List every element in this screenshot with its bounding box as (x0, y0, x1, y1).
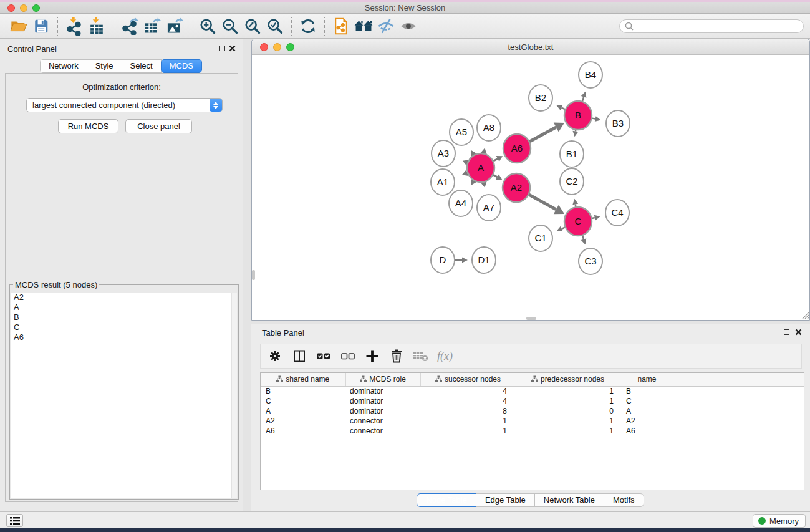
node-A8[interactable]: A8 (477, 115, 501, 141)
result-scrollbar[interactable] (231, 293, 237, 498)
close-panel-icon[interactable] (229, 45, 236, 52)
run-mcds-button[interactable]: Run MCDS (58, 119, 118, 133)
table-row[interactable]: Adominator80A (261, 406, 804, 416)
node-C1[interactable]: C1 (529, 225, 552, 251)
close-table-panel-icon[interactable] (795, 329, 802, 336)
tab-style[interactable]: Style (87, 59, 122, 73)
node-C3[interactable]: C3 (579, 248, 602, 274)
save-session-icon[interactable] (30, 16, 52, 36)
node-B2[interactable]: B2 (529, 85, 552, 111)
memory-button[interactable]: Memory (753, 514, 806, 528)
tab-network[interactable]: Network (40, 59, 87, 73)
add-column-icon[interactable] (364, 348, 380, 364)
select-all-icon[interactable] (316, 348, 332, 364)
zoom-fit-icon[interactable] (241, 16, 264, 36)
table-cell[interactable]: 1 (516, 426, 620, 436)
table-cell[interactable]: dominator (345, 406, 420, 416)
tab-mcds[interactable]: MCDS (161, 59, 202, 73)
node-D1[interactable]: D1 (472, 247, 496, 273)
table-cell[interactable]: 1 (516, 416, 620, 426)
table-row[interactable]: A2connector11A2 (261, 416, 804, 426)
node-table[interactable]: shared nameMCDS rolesuccessor nodesprede… (260, 372, 804, 490)
table-cell[interactable]: 1 (516, 386, 620, 396)
table-row[interactable]: Cdominator41C (261, 396, 804, 406)
open-recent-home-icon[interactable] (352, 16, 375, 36)
node-A3[interactable]: A3 (432, 140, 455, 167)
node-A6[interactable]: A6 (503, 134, 531, 163)
table-row[interactable]: Bdominator41B (261, 386, 804, 396)
column-header-name[interactable]: name (620, 373, 672, 386)
export-network-icon[interactable] (118, 16, 141, 36)
close-panel-button[interactable]: Close panel (125, 119, 192, 133)
node-C2[interactable]: C2 (560, 168, 584, 195)
mcds-result-item[interactable]: A2 (11, 293, 237, 302)
table-cell[interactable]: A (620, 406, 672, 416)
import-table-icon[interactable] (85, 16, 108, 36)
hide-graphics-details-icon[interactable] (375, 16, 397, 36)
column-header-shared-name[interactable]: shared name (261, 373, 345, 386)
zoom-in-icon[interactable] (196, 16, 219, 36)
node-A5[interactable]: A5 (450, 119, 473, 145)
table-cell[interactable]: B (261, 386, 345, 396)
table-cell[interactable]: 1 (516, 396, 620, 406)
node-D[interactable]: D (431, 247, 455, 273)
session-titlebar[interactable]: Session: New Session (0, 2, 810, 14)
mcds-result-list[interactable]: A2ABCA6 (11, 293, 237, 498)
table-cell[interactable]: 8 (420, 406, 516, 416)
delete-column-icon[interactable] (388, 348, 405, 364)
refresh-icon[interactable] (297, 16, 319, 36)
table-cell[interactable]: connector (345, 416, 420, 426)
network-view-window[interactable]: testGlobe.txt B4B2B3A8A5A3B1A1C2A4A7C4C1… (251, 39, 810, 321)
table-cell[interactable]: 1 (420, 426, 516, 436)
table-cell[interactable]: A6 (261, 426, 345, 436)
table-cell[interactable]: C (620, 396, 672, 406)
mcds-result-item[interactable]: B (11, 312, 237, 322)
mcds-result-item[interactable]: A (11, 302, 237, 312)
task-history-button[interactable] (6, 514, 23, 527)
table-cell[interactable]: dominator (345, 396, 420, 406)
network-from-document-icon[interactable] (330, 16, 352, 36)
network-canvas[interactable]: B4B2B3A8A5A3B1A1C2A4A7C4C1DD1C3BA6AA2C (252, 55, 809, 319)
tab-edge-table[interactable]: Edge Table (476, 493, 535, 507)
node-B3[interactable]: B3 (606, 110, 630, 137)
table-cell[interactable]: A2 (261, 416, 345, 426)
export-table-icon[interactable] (141, 16, 163, 36)
import-network-icon[interactable] (63, 16, 85, 36)
node-A1[interactable]: A1 (431, 169, 455, 195)
tab-network-table[interactable]: Network Table (534, 493, 604, 507)
horizontal-scrollbar-thumb[interactable] (526, 317, 536, 320)
dropdown-stepper-icon[interactable] (210, 99, 222, 112)
zoom-out-icon[interactable] (219, 16, 241, 36)
table-settings-icon[interactable] (267, 348, 283, 364)
table-cell[interactable]: 0 (516, 406, 620, 416)
tab-select[interactable]: Select (122, 59, 162, 73)
node-A2[interactable]: A2 (503, 173, 530, 202)
node-C[interactable]: C (564, 207, 592, 236)
table-cell[interactable]: dominator (345, 386, 420, 396)
table-cell[interactable]: A (261, 406, 345, 416)
float-table-panel-icon[interactable] (784, 329, 789, 335)
node-B4[interactable]: B4 (579, 62, 602, 88)
node-A7[interactable]: A7 (477, 195, 501, 221)
table-cell[interactable]: A6 (620, 426, 672, 436)
open-session-icon[interactable] (7, 16, 30, 36)
tab-node-table[interactable]: Node Table (417, 493, 476, 507)
table-cell[interactable]: 4 (420, 386, 516, 396)
network-graph[interactable]: B4B2B3A8A5A3B1A1C2A4A7C4C1DD1C3BA6AA2C (252, 55, 809, 319)
node-B[interactable]: B (564, 101, 592, 130)
vertical-scrollbar-thumb[interactable] (252, 270, 255, 280)
network-window-titlebar[interactable]: testGlobe.txt (252, 39, 809, 55)
table-cell[interactable]: B (620, 386, 672, 396)
show-graphics-details-icon[interactable] (397, 16, 420, 36)
search-input[interactable] (634, 22, 803, 31)
column-header-successor-nodes[interactable]: successor nodes (420, 373, 516, 386)
column-header-MCDS-role[interactable]: MCDS role (345, 373, 420, 386)
table-cell[interactable]: 4 (420, 396, 516, 406)
node-B1[interactable]: B1 (560, 141, 584, 167)
resize-grip-icon[interactable] (801, 311, 809, 319)
mcds-result-item[interactable]: A6 (11, 332, 237, 342)
mcds-result-item[interactable]: C (11, 322, 237, 332)
criterion-dropdown[interactable]: largest connected component (directed) (26, 98, 223, 112)
column-header-predecessor-nodes[interactable]: predecessor nodes (516, 373, 620, 386)
zoom-selected-icon[interactable] (264, 16, 286, 36)
